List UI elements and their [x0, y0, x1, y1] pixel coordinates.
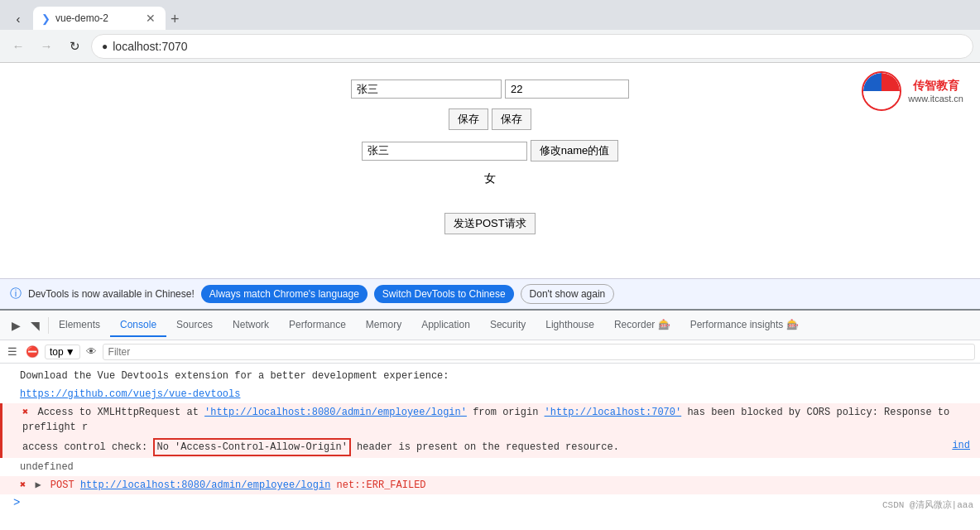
- tab-performance[interactable]: Performance: [279, 314, 356, 337]
- gender-row: 女: [484, 171, 496, 186]
- console-line-cors-error-2: access control check: No 'Access-Control…: [0, 436, 980, 458]
- modify-name-row: 修改name的值: [362, 140, 619, 161]
- save-button-2[interactable]: 保存: [492, 108, 531, 130]
- gender-text: 女: [484, 171, 496, 186]
- tab-bar-controls: ‹: [7, 7, 30, 30]
- modify-name-button[interactable]: 修改name的值: [531, 140, 619, 161]
- save-button-1[interactable]: 保存: [449, 108, 488, 130]
- age-input[interactable]: [505, 80, 629, 99]
- error-icon-2: ✖: [20, 479, 26, 491]
- back-button[interactable]: ←: [7, 35, 30, 58]
- post-button-row: 发送POST请求: [444, 213, 535, 234]
- post-button[interactable]: 发送POST请求: [444, 213, 535, 234]
- tab-elements[interactable]: Elements: [49, 314, 110, 337]
- active-tab[interactable]: ❯ vue-demo-2 ✕: [33, 7, 166, 30]
- refresh-button[interactable]: ↻: [63, 35, 86, 58]
- name-input[interactable]: [351, 80, 502, 99]
- console-input-chevron[interactable]: >: [7, 494, 26, 511]
- console-output: Download the Vue Devtools extension for …: [0, 364, 980, 514]
- cors-highlight: No 'Access-Control-Allow-Origin': [153, 438, 350, 456]
- dropdown-arrow-icon: ▼: [65, 346, 75, 358]
- lock-icon: ●: [102, 41, 108, 52]
- console-line-vue-info: Download the Vue Devtools extension for …: [0, 367, 980, 385]
- console-eye-button[interactable]: 👁: [84, 344, 99, 359]
- brand-name: 传智教育: [908, 79, 963, 94]
- console-line-vue-link: https://github.com/vuejs/vue-devtools: [0, 385, 980, 403]
- error-icon-1: ✖: [22, 407, 28, 418]
- dont-show-button[interactable]: Don't show again: [521, 284, 615, 304]
- switch-devtools-button[interactable]: Switch DevTools to Chinese: [374, 285, 514, 303]
- address-bar: ← → ↻ ● localhost:7070: [0, 30, 980, 63]
- expand-arrow-icon[interactable]: ▶: [35, 479, 41, 491]
- tab-performance-insights[interactable]: Performance insights 🎰: [680, 314, 809, 337]
- devtools-tabs-bar: ▶ ◥ Elements Console Sources Network Per…: [0, 311, 980, 340]
- console-line-post-error: ✖ ▶ POST http://localhost:8080/admin/emp…: [0, 476, 980, 494]
- tab-memory[interactable]: Memory: [356, 314, 411, 337]
- url-text: localhost:7070: [113, 40, 963, 53]
- match-language-button[interactable]: Always match Chrome's language: [201, 285, 368, 303]
- tab-list: ❯ vue-demo-2 ✕ +: [33, 7, 973, 30]
- notification-text: DevTools is now available in Chinese!: [28, 288, 195, 300]
- watermark: CSDN @清风微凉|aaa: [882, 499, 973, 511]
- tab-console[interactable]: Console: [110, 314, 166, 337]
- inspect-element-button[interactable]: ▶: [8, 317, 24, 334]
- forward-button[interactable]: →: [35, 35, 58, 58]
- tab-lighthouse[interactable]: Lighthouse: [536, 314, 604, 337]
- context-dropdown[interactable]: top ▼: [45, 344, 80, 359]
- ind-link[interactable]: ind: [952, 438, 970, 453]
- tab-network[interactable]: Network: [223, 314, 279, 337]
- clear-console-button[interactable]: ⛔: [23, 344, 41, 359]
- name-age-row: [351, 80, 629, 99]
- console-line-cors-error: ✖ Access to XMLHttpRequest at 'http://lo…: [0, 403, 980, 436]
- save-buttons-row: 保存 保存: [449, 108, 531, 130]
- post-url-link[interactable]: http://localhost:8080/admin/employee/log…: [80, 479, 330, 491]
- devtools-panel: ▶ ◥ Elements Console Sources Network Per…: [0, 309, 980, 514]
- tab-application[interactable]: Application: [411, 314, 480, 337]
- console-sidebar-button[interactable]: ☰: [5, 344, 20, 359]
- cors-url1-link[interactable]: 'http://localhost:8080/admin/employee/lo…: [204, 407, 467, 418]
- vue-devtools-link[interactable]: https://github.com/vuejs/vue-devtools: [20, 388, 240, 400]
- filter-input[interactable]: [103, 344, 975, 360]
- console-input-row: >: [0, 494, 980, 511]
- tab-list-button[interactable]: ‹: [7, 7, 30, 30]
- console-line-undefined: undefined: [0, 458, 980, 476]
- devtools-toolbar-icons: ▶ ◥: [3, 317, 49, 334]
- console-toolbar: ☰ ⛔ top ▼ 👁: [0, 340, 980, 364]
- browser-window: ‹ ❯ vue-demo-2 ✕ + ← → ↻ ● localhost:707…: [0, 0, 980, 514]
- device-toolbar-button[interactable]: ◥: [27, 317, 43, 334]
- url-bar[interactable]: ● localhost:7070: [91, 34, 973, 59]
- tab-recorder[interactable]: Recorder 🎰: [604, 314, 680, 337]
- tab-favicon: ❯: [41, 12, 50, 25]
- tab-bar: ‹ ❯ vue-demo-2 ✕ +: [0, 0, 980, 30]
- webpage-content-area: 传智教育 www.itcast.cn 保存 保存 修改name的值: [0, 63, 980, 278]
- tab-sources[interactable]: Sources: [166, 314, 223, 337]
- modify-name-input[interactable]: [362, 142, 527, 161]
- tab-title: vue-demo-2: [55, 12, 141, 24]
- form-container: 保存 保存 修改name的值 女 发送POST请求: [0, 80, 980, 234]
- devtools-notification: ⓘ DevTools is now available in Chinese! …: [0, 278, 980, 309]
- tab-security[interactable]: Security: [480, 314, 536, 337]
- cors-url2-link[interactable]: 'http://localhost:7070': [545, 407, 682, 418]
- context-label: top: [50, 346, 64, 358]
- info-icon: ⓘ: [10, 287, 22, 301]
- brand-site: www.itcast.cn: [908, 94, 963, 104]
- new-tab-button[interactable]: +: [166, 9, 185, 30]
- brand-logo: 传智教育 www.itcast.cn: [862, 71, 963, 111]
- tab-close-button[interactable]: ✕: [146, 12, 156, 25]
